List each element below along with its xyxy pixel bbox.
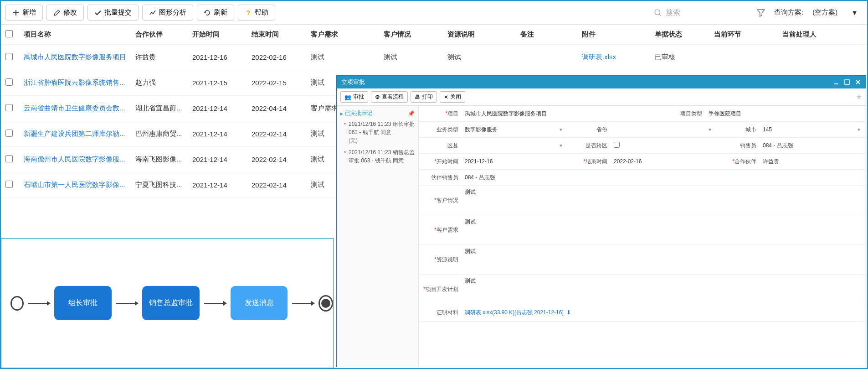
cell-start: 2021-12-14 [192, 104, 252, 112]
cell-start: 2021-12-14 [192, 130, 252, 138]
pin-icon[interactable]: 📌 [408, 110, 415, 117]
table-row[interactable]: 禹城市人民医院数字影像服务项目许益贵2021-12-162022-02-16测试… [1, 45, 867, 70]
project-name-link[interactable]: 石嘴山市第一人民医院数字影像... [24, 181, 135, 189]
check-icon [94, 9, 102, 16]
cell-partner: 巴州惠康商贸... [135, 130, 192, 138]
chart-label: 图形分析 [159, 8, 186, 17]
saler-field[interactable]: 084 - 吕志强 [760, 140, 866, 151]
chart-button[interactable]: 图形分析 [142, 5, 193, 21]
approve-button[interactable]: 👥审批 [340, 91, 368, 103]
situ-textarea[interactable]: 测试 [462, 186, 866, 215]
end-field[interactable]: 2022-02-16 [611, 156, 717, 166]
plan-label: 查询方案: [774, 8, 803, 17]
col-need: 客户需求 [311, 30, 384, 39]
modal-titlebar[interactable]: 立项审批 [337, 76, 866, 88]
row-checkbox[interactable] [5, 155, 13, 162]
ptype-field[interactable]: 手修医院项目 [706, 108, 866, 120]
cell-end: 2022-02-16 [252, 53, 311, 61]
expand-icon[interactable]: ▸ [340, 110, 343, 117]
table-header: 项目名称 合作伙伴 开始时间 结束时间 客户需求 客户情况 资源说明 备注 附件… [1, 25, 867, 45]
col-end: 结束时间 [252, 30, 311, 39]
col-res: 资源说明 [447, 30, 520, 39]
refresh-button[interactable]: 刷新 [197, 5, 234, 21]
plan-textarea[interactable]: 测试 [462, 275, 866, 304]
search-box[interactable] [654, 9, 748, 17]
submit-button[interactable]: 批量提交 [87, 5, 139, 21]
chart-icon [149, 9, 156, 16]
project-name-link[interactable]: 新疆生产建设兵团第二师库尔勒... [24, 130, 135, 138]
chevron-down-icon: ▾ [560, 126, 562, 133]
filter-icon[interactable] [757, 9, 765, 17]
project-name-link[interactable]: 浙江省肿瘤医院云影像系统销售... [24, 78, 135, 87]
approval-log-item: 2021/12/16 11:23 销售总监审批 063 - 钱千航 同意 [344, 148, 415, 165]
search-input[interactable] [666, 9, 748, 17]
cell-end: 2022-02-14 [252, 156, 311, 163]
edit-button[interactable]: 修改 [46, 5, 84, 21]
city-select[interactable]: 145▾ [760, 125, 866, 135]
add-button[interactable]: 新增 [5, 5, 43, 21]
cross-checkbox[interactable] [611, 140, 717, 151]
view-flow-button[interactable]: ⚙查看流程 [371, 91, 408, 103]
btype-select[interactable]: 数字影像服务▾ [462, 124, 568, 135]
modal-toolbar: 👥审批 ⚙查看流程 🖶打印 ✕关闭 ★ [337, 88, 866, 106]
maximize-icon[interactable] [844, 79, 850, 85]
add-label: 新增 [22, 8, 36, 17]
col-stage: 当前环节 [714, 30, 782, 39]
workflow-node-3[interactable]: 发送消息 [231, 286, 288, 320]
row-checkbox[interactable] [5, 104, 13, 111]
cell-partner: 许益贵 [135, 53, 192, 62]
help-button[interactable]: ? 帮助 [238, 5, 275, 21]
plan-select[interactable]: (空方案) ▼ [808, 6, 863, 19]
attachment-link[interactable]: 调研表.xlsx(33.90 K)[吕志强 2021-12-16] [465, 309, 564, 316]
cell-start: 2021-12-14 [192, 156, 252, 163]
chevron-down-icon: ▼ [851, 9, 858, 16]
chevron-down-icon: ▾ [560, 142, 562, 149]
plus-icon [12, 9, 20, 16]
download-icon[interactable]: ⬇ [566, 309, 571, 316]
project-name-link[interactable]: 禹城市人民医院数字影像服务项目 [24, 53, 135, 62]
svg-point-0 [655, 10, 660, 15]
cell-end: 2022-04-14 [252, 104, 311, 112]
cell-partner: 海南飞图影像... [135, 155, 192, 164]
cell-start: 2021-12-14 [192, 181, 252, 189]
close-button[interactable]: ✕关闭 [440, 91, 465, 103]
select-all-checkbox[interactable] [5, 30, 13, 37]
prov-select[interactable]: ▾ [611, 125, 717, 135]
cell-situ: 测试 [384, 53, 447, 62]
minimize-icon[interactable] [833, 79, 839, 85]
col-name: 项目名称 [24, 30, 135, 39]
workflow-node-1[interactable]: 组长审批 [54, 286, 112, 320]
dist-select[interactable]: ▾ [462, 140, 568, 151]
need-textarea[interactable]: 测试 [462, 215, 866, 244]
print-button[interactable]: 🖶打印 [411, 91, 437, 103]
workflow-end-icon [318, 295, 333, 312]
project-name-link[interactable]: 海南儋州市人民医院数字影像服... [24, 155, 135, 164]
row-checkbox[interactable] [5, 130, 13, 137]
workflow-node-2[interactable]: 销售总监审批 [142, 286, 200, 320]
workflow-arrow-icon [292, 303, 314, 304]
workflow-start-icon [10, 296, 24, 311]
cell-partner: 赵力强 [135, 78, 192, 87]
cell-attach[interactable]: 调研表.xlsx [582, 53, 655, 62]
row-checkbox[interactable] [5, 78, 13, 86]
partner-field[interactable]: 许益贵 [760, 156, 866, 167]
psale-field[interactable]: 084 - 吕志强 [462, 172, 866, 183]
res-textarea[interactable]: 测试 [462, 245, 866, 274]
cell-res: 测试 [447, 53, 520, 62]
project-name-link[interactable]: 云南省曲靖市卫生健康委员会数... [24, 104, 135, 113]
plan-value: (空方案) [812, 8, 837, 17]
project-field[interactable]: 禹城市人民医院数字影像服务项目 [462, 108, 663, 120]
search-icon [654, 9, 662, 17]
col-status: 单据状态 [655, 30, 714, 39]
row-checkbox[interactable] [5, 181, 13, 188]
row-checkbox[interactable] [5, 53, 13, 60]
close-icon[interactable] [855, 79, 861, 85]
star-icon[interactable]: ★ [856, 93, 862, 101]
cell-status: 已审核 [655, 53, 714, 62]
x-icon: ✕ [444, 94, 448, 100]
workflow-arrow-icon [28, 303, 50, 304]
approval-log-item: 2021/12/16 11:23 组长审批 063 - 钱千航 同意(无) [344, 120, 415, 145]
cell-partner: 宁夏飞图科技... [135, 181, 192, 189]
submit-label: 批量提交 [104, 8, 132, 17]
start-field[interactable]: 2021-12-16 [462, 156, 568, 166]
